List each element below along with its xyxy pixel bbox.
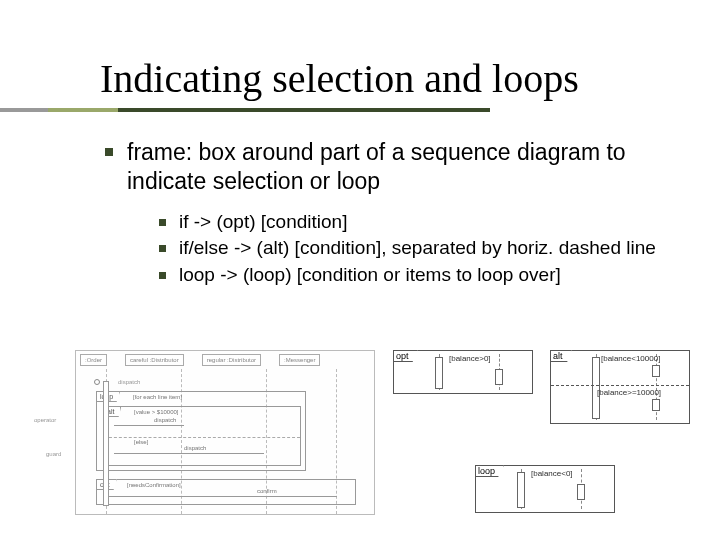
- diagram-area: :Order careful :Distributor regular :Dis…: [75, 350, 690, 520]
- alt-divider: [104, 437, 300, 438]
- alt-diagram-guard-bot: [balance>=10000]: [597, 388, 661, 397]
- alt-diagram-divider: [551, 385, 689, 386]
- opt-frame: opt [needsConfirmation] confirm: [96, 479, 356, 505]
- alt-guard-top: [value > $10000]: [134, 409, 179, 415]
- bullet-main: frame: box around part of a sequence dia…: [105, 138, 680, 288]
- sequence-diagram-example: :Order careful :Distributor regular :Dis…: [75, 350, 375, 515]
- msg-dispatch-label: dispatch: [118, 379, 140, 385]
- opt-diagram-tag: opt: [393, 350, 418, 362]
- participant-order: :Order: [80, 354, 107, 366]
- participant-careful: careful :Distributor: [125, 354, 184, 366]
- sub-bullet-if: if -> (opt) [condition]: [159, 210, 680, 235]
- alt-diagram-guard-top: [balance<10000]: [601, 354, 660, 363]
- label-guard: guard: [46, 451, 61, 457]
- loop-diagram-tag: loop: [475, 465, 504, 477]
- opt-guard: [needsConfirmation]: [127, 482, 181, 488]
- label-operator: operator: [34, 417, 56, 423]
- slide-body: frame: box around part of a sequence dia…: [0, 110, 720, 288]
- loop-frame: loop [for each line item] alt [value > $…: [96, 391, 306, 471]
- msg-confirm: confirm: [257, 488, 277, 494]
- bullet-main-text: frame: box around part of a sequence dia…: [127, 139, 626, 194]
- alt-diagram-tag: alt: [550, 350, 572, 362]
- loop-diagram: loop [balance<0]: [475, 465, 615, 513]
- slide-title: Indicating selection and loops: [100, 55, 720, 102]
- loop-guard: [for each line item]: [133, 394, 182, 400]
- participant-regular: regular :Distributor: [202, 354, 261, 366]
- msg-dispatch-2: dispatch: [184, 445, 206, 451]
- found-message-icon: [94, 379, 100, 385]
- alt-frame: alt [value > $10000] dispatch [else] dis…: [103, 406, 301, 466]
- loop-diagram-guard: [balance<0]: [531, 469, 573, 478]
- opt-diagram-guard: [balance>0]: [449, 354, 491, 363]
- alt-diagram: alt [balance<10000] [balance>=10000]: [550, 350, 690, 424]
- alt-guard-bot: [else]: [134, 439, 148, 445]
- msg-dispatch-1: dispatch: [154, 417, 176, 423]
- title-underline: [0, 108, 490, 112]
- participant-messenger: :Messenger: [279, 354, 320, 366]
- sub-bullet-loop: loop -> (loop) [condition or items to lo…: [159, 263, 680, 288]
- opt-diagram: opt [balance>0]: [393, 350, 533, 394]
- sub-bullet-ifelse: if/else -> (alt) [condition], separated …: [159, 236, 680, 261]
